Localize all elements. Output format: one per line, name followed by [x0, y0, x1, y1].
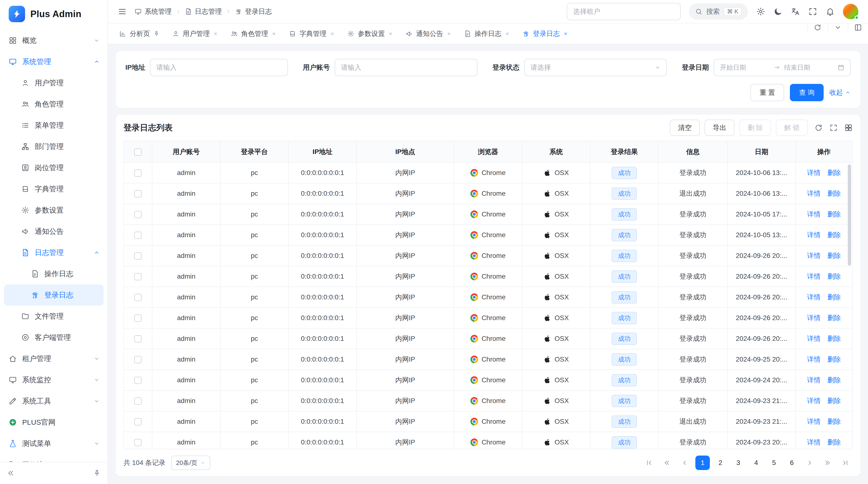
tab-dict-management[interactable]: 字典管理 [283, 24, 341, 44]
row-checkbox[interactable] [134, 439, 142, 446]
row-detail-link[interactable]: 详情 [807, 293, 820, 301]
sidebar-item-system-monitor[interactable]: 系统监控 [0, 369, 107, 390]
delete-button[interactable]: 删 除 [739, 120, 771, 136]
row-checkbox[interactable] [134, 232, 142, 239]
tab-role-management[interactable]: 角色管理 [224, 24, 283, 44]
row-detail-link[interactable]: 详情 [807, 376, 820, 384]
layout-toggle-button[interactable] [848, 24, 868, 31]
page-4-button[interactable]: 4 [749, 456, 763, 470]
sidebar-collapse-button[interactable] [7, 469, 14, 477]
sidebar-item-plus-website[interactable]: PLUS官网 [0, 412, 107, 433]
breadcrumb-item-login-log[interactable]: 登录日志 [235, 7, 272, 16]
account-input-field[interactable] [341, 64, 471, 71]
close-icon[interactable] [213, 31, 218, 36]
jump-forward-button[interactable] [820, 456, 835, 470]
row-delete-link[interactable]: 删除 [827, 252, 841, 259]
collapse-filters-link[interactable]: 收起 [830, 88, 850, 97]
reset-button[interactable]: 重 置 [750, 84, 784, 101]
sidebar-item-client-management[interactable]: 客户端管理 [0, 327, 107, 348]
page-6-button[interactable]: 6 [784, 456, 799, 470]
sidebar-item-system-management[interactable]: 系统管理 [0, 51, 107, 72]
notifications-button[interactable] [826, 7, 835, 16]
close-icon[interactable] [563, 31, 568, 36]
first-page-button[interactable] [642, 456, 656, 470]
sidebar-item-param-settings[interactable]: 参数设置 [0, 200, 107, 221]
row-delete-link[interactable]: 删除 [827, 397, 841, 405]
row-checkbox[interactable] [134, 397, 142, 405]
table-refresh-button[interactable] [814, 124, 823, 132]
row-checkbox[interactable] [134, 294, 142, 301]
row-delete-link[interactable]: 删除 [827, 335, 841, 342]
row-checkbox[interactable] [134, 190, 142, 197]
ip-input[interactable] [150, 59, 288, 76]
row-detail-link[interactable]: 详情 [807, 252, 820, 259]
sidebar-item-role-management[interactable]: 角色管理 [0, 94, 107, 115]
tab-login-log[interactable]: 登录日志 [516, 24, 574, 44]
select-all-checkbox[interactable] [134, 149, 142, 156]
sidebar-item-workflow[interactable]: 工作流 [0, 454, 107, 462]
ip-input-field[interactable] [156, 64, 282, 71]
clear-button[interactable]: 清空 [670, 120, 700, 136]
tabs-refresh-button[interactable] [807, 24, 828, 31]
sidebar-item-test-menu[interactable]: 测试菜单 [0, 433, 107, 454]
row-delete-link[interactable]: 删除 [827, 418, 841, 425]
tab-analysis[interactable]: 分析页 [113, 24, 166, 44]
table-columns-button[interactable] [844, 124, 852, 132]
row-detail-link[interactable]: 详情 [807, 231, 820, 238]
sidebar-item-file-management[interactable]: 文件管理 [0, 305, 107, 327]
row-delete-link[interactable]: 删除 [827, 190, 841, 197]
tab-param-settings[interactable]: 参数设置 [341, 24, 399, 44]
fullscreen-button[interactable] [808, 7, 817, 16]
row-delete-link[interactable]: 删除 [827, 293, 841, 301]
row-delete-link[interactable]: 删除 [827, 169, 841, 176]
row-delete-link[interactable]: 删除 [827, 356, 841, 363]
close-icon[interactable] [388, 31, 393, 36]
breadcrumb-item-system-management[interactable]: 系统管理 [134, 7, 172, 16]
page-3-button[interactable]: 3 [731, 456, 745, 470]
sidebar-item-user-management[interactable]: 用户管理 [0, 72, 107, 94]
next-page-button[interactable] [802, 456, 817, 470]
tab-user-management[interactable]: 用户管理 [166, 24, 224, 44]
row-checkbox[interactable] [134, 273, 142, 280]
language-button[interactable] [791, 7, 800, 16]
row-detail-link[interactable]: 详情 [807, 272, 820, 280]
search-button[interactable]: 查 询 [790, 84, 824, 101]
row-delete-link[interactable]: 删除 [827, 314, 841, 322]
row-checkbox[interactable] [134, 169, 142, 177]
jump-back-button[interactable] [660, 456, 674, 470]
row-detail-link[interactable]: 详情 [807, 314, 820, 322]
row-detail-link[interactable]: 详情 [807, 190, 820, 197]
row-delete-link[interactable]: 删除 [827, 439, 841, 446]
page-2-button[interactable]: 2 [713, 456, 728, 470]
page-5-button[interactable]: 5 [767, 456, 781, 470]
table-fullscreen-button[interactable] [830, 124, 838, 132]
row-detail-link[interactable]: 详情 [807, 211, 820, 218]
breadcrumb-item-log-management[interactable]: 日志管理 [185, 7, 222, 16]
close-icon[interactable] [505, 31, 510, 36]
theme-toggle-button[interactable] [774, 7, 783, 16]
row-checkbox[interactable] [134, 377, 142, 384]
sidebar-item-menu-management[interactable]: 菜单管理 [0, 115, 107, 136]
sidebar-item-operation-log[interactable]: 操作日志 [0, 263, 107, 284]
tabs-menu-button[interactable] [828, 24, 848, 31]
row-detail-link[interactable]: 详情 [807, 335, 820, 342]
sidebar-item-dict-management[interactable]: 字典管理 [0, 179, 107, 200]
row-delete-link[interactable]: 删除 [827, 272, 841, 280]
brand[interactable]: Plus Admin [0, 0, 107, 28]
unlock-button[interactable]: 解 锁 [776, 120, 808, 136]
last-page-button[interactable] [838, 456, 852, 470]
global-search[interactable]: 搜索 ⌘ K [689, 3, 748, 20]
tenant-select[interactable]: 选择租户 [567, 3, 681, 20]
row-checkbox[interactable] [134, 335, 142, 343]
sidebar-item-log-management[interactable]: 日志管理 [0, 242, 107, 263]
row-delete-link[interactable]: 删除 [827, 231, 841, 238]
sidebar-toggle-button[interactable] [118, 7, 127, 16]
sidebar-item-system-tools[interactable]: 系统工具 [0, 390, 107, 412]
page-1-button[interactable]: 1 [695, 456, 710, 470]
user-avatar[interactable] [843, 4, 858, 19]
account-input[interactable] [335, 59, 477, 76]
row-detail-link[interactable]: 详情 [807, 397, 820, 405]
row-detail-link[interactable]: 详情 [807, 418, 820, 425]
row-checkbox[interactable] [134, 315, 142, 322]
pin-icon[interactable] [153, 31, 160, 37]
